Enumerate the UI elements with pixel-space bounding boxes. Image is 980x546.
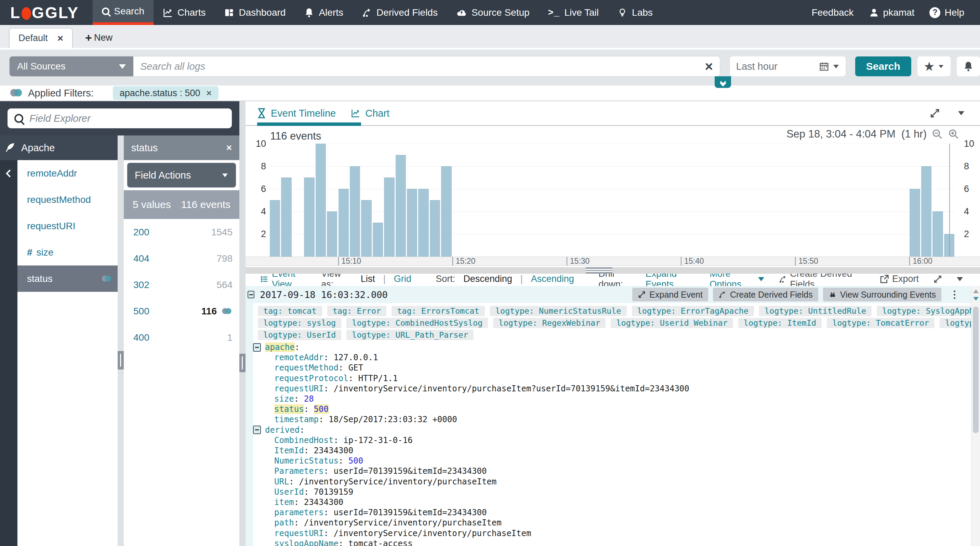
chart-bar[interactable] [441,166,451,256]
chart-bar[interactable] [327,212,337,256]
collapse-event-icon[interactable] [248,291,255,298]
status-value-row[interactable]: 404798 [124,245,239,272]
drag-handle[interactable] [239,354,245,372]
chart-bar[interactable] [316,144,326,256]
sort-descending[interactable]: Descending [463,274,512,284]
expand-panel-icon[interactable] [929,108,940,119]
time-range-picker[interactable]: Last hour [730,56,846,76]
nav-item-derived-fields[interactable]: Derived Fields [353,0,447,25]
chart-bar[interactable] [910,189,920,256]
chart-bar[interactable] [921,166,931,256]
saved-searches-button[interactable]: ★ [918,56,951,76]
chart-bar[interactable] [350,166,360,256]
nav-item-labs[interactable]: Labs [608,0,662,25]
event-row-header[interactable]: 2017-09-18 16:03:32.000 Expand Event Cre… [245,286,980,303]
field-item-remoteAddr[interactable]: remoteAddr [18,160,118,186]
nav-item-alerts[interactable]: Alerts [295,0,353,25]
nav-item-source-setup[interactable]: Source Setup [447,0,539,25]
chart-bar[interactable] [339,189,349,256]
tag-pill[interactable]: tag: tomcat [258,306,322,316]
chart-scrollbar[interactable] [245,267,980,274]
nav-item-dashboard[interactable]: Dashboard [215,0,295,25]
event-list-scrollbar[interactable] [971,286,980,546]
panel-resize-divider[interactable] [118,135,124,546]
drag-handle[interactable] [118,351,124,369]
sort-ascending[interactable]: Ascending [531,274,574,284]
collapse-group-icon[interactable] [253,426,261,434]
expand-event-button[interactable]: Expand Event [632,288,708,301]
help-link[interactable]: ? Help [925,7,968,18]
chart-bar[interactable] [281,178,291,256]
chart-bar[interactable] [373,223,383,256]
expand-panel-icon[interactable] [933,274,942,285]
collapse-panel-strip[interactable] [0,160,18,546]
tag-pill[interactable]: logtype: UserId [258,330,341,340]
tag-pill[interactable]: logtype: UntitledRule [759,306,872,316]
export-link[interactable]: Export [879,274,919,284]
chart-scrollbar-handle[interactable] [586,267,612,274]
tag-pill[interactable]: logtype: ErrorTagApache [632,306,754,316]
tag-pill[interactable]: logtype: TomcatError [827,318,934,328]
view-surrounding-events-button[interactable]: View Surrounding Events [823,288,941,301]
field-group-header[interactable]: Apache [0,135,118,160]
field-item-requestMethod[interactable]: requestMethod [18,186,118,213]
nav-item-search[interactable]: Search [93,0,154,25]
main-resize-divider[interactable] [239,101,245,546]
alert-from-search-button[interactable] [957,56,980,76]
collapse-panel-icon[interactable] [957,277,963,281]
tag-pill[interactable]: logtype: URL_Path_Parser [346,330,474,340]
field-item-size[interactable]: #size [18,239,118,266]
new-tab-button[interactable]: + New [85,28,113,48]
tag-pill[interactable]: logtype: NumericStatusRule [490,306,627,316]
field-item-status[interactable]: status [18,266,118,292]
clear-search-icon[interactable]: × [705,59,713,74]
close-panel-icon[interactable]: × [226,143,232,153]
tab-chart[interactable]: Chart [351,108,390,119]
collapse-group-icon[interactable] [253,343,261,352]
search-button[interactable]: Search [855,56,911,76]
status-value-row[interactable]: 4001 [124,324,239,351]
field-actions-dropdown[interactable]: Field Actions [127,163,236,188]
field-item-requestURI[interactable]: requestURI [18,213,118,239]
collapse-panel-icon[interactable] [958,111,964,115]
chart-bar[interactable] [384,178,394,256]
status-value-row[interactable]: 302564 [124,272,239,298]
feedback-link[interactable]: Feedback [808,7,858,18]
tag-pill[interactable]: logtype: SyslogAppName [877,306,980,316]
view-as-list[interactable]: List [361,274,375,284]
nav-item-charts[interactable]: Charts [154,0,215,25]
histogram-plot[interactable]: 224466881010 [269,144,955,256]
status-value-row[interactable]: 500116 [124,298,239,324]
zoom-in-icon[interactable] [948,128,959,140]
zoom-out-icon[interactable] [931,128,943,140]
tab-event-timeline[interactable]: Event Timeline [257,108,336,119]
tab-default[interactable]: Default × [9,28,73,48]
field-explorer-input[interactable] [29,113,225,124]
tag-pill[interactable]: logtype: ItemId [738,318,822,328]
tag-pill[interactable]: tag: ErrorsTomcat [391,306,485,316]
tag-pill[interactable]: tag: Error [327,306,387,316]
filter-pill[interactable]: apache.status : 500 × [113,86,218,100]
status-value-row[interactable]: 2001545 [124,219,239,245]
tag-pill[interactable]: logtype: Userid Webinar [611,318,733,328]
chart-bar[interactable] [407,189,417,256]
scrollbar-thumb[interactable] [973,307,978,433]
tag-pill[interactable]: logtype: syslog [258,318,341,328]
chart-bar[interactable] [304,178,314,256]
tag-pill[interactable]: logtype: CombinedHostSyslog [346,318,488,328]
loggly-logo[interactable]: LGGLY [0,0,93,25]
chart-bar[interactable] [270,200,280,256]
remove-filter-icon[interactable]: × [206,89,211,97]
chart-bar[interactable] [396,155,406,256]
more-event-actions-icon[interactable] [951,289,958,300]
user-menu[interactable]: pkamat [865,7,919,18]
search-input[interactable] [140,61,705,72]
chart-bar[interactable] [932,212,943,256]
close-tab-icon[interactable]: × [57,33,64,43]
create-derived-fields-button[interactable]: Create Derived Fields [713,288,818,301]
chart-bar[interactable] [430,200,440,256]
chart-bar[interactable] [418,189,428,256]
view-as-grid[interactable]: Grid [394,274,411,284]
nav-item-live-tail[interactable]: >_ Live Tail [539,0,608,25]
source-group-dropdown[interactable]: All Sources [10,56,134,76]
